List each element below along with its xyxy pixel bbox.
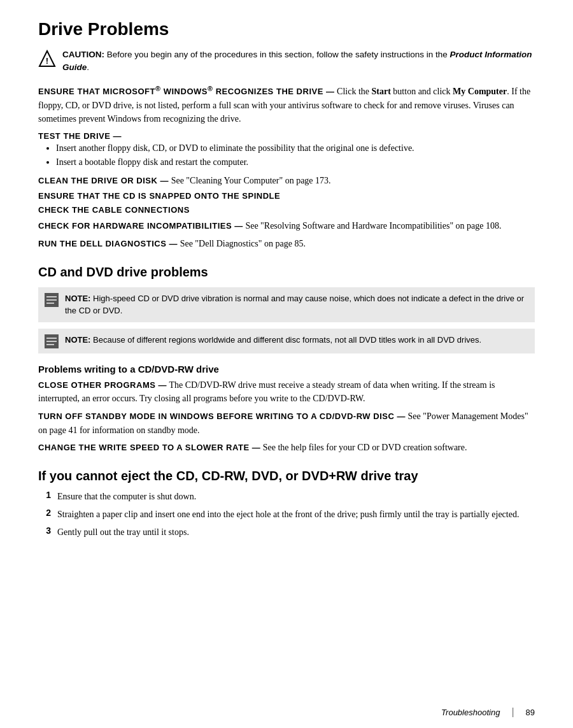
note-box-1: NOTE: High-speed CD or DVD drive vibrati… [38,287,535,322]
svg-rect-7 [46,338,57,339]
section-ensure-cd: Ensure that the CD is snapped onto the s… [38,191,535,201]
cd-dvd-section-title: CD and DVD drive problems [38,265,535,280]
section-turn-off-standby: Turn off standby mode in Windows before … [38,410,535,437]
footer-separator: | [511,706,514,718]
section-clean-drive: Clean the drive or disk — See "Cleaning … [38,174,535,188]
note-text-2: NOTE: Because of different regions world… [65,334,481,346]
section-change-write-speed: Change the write speed to a slower rate … [38,441,535,455]
eject-steps-list: 1 Ensure that the computer is shut down.… [38,490,535,539]
heading-check-cable: Check the cable connections [38,205,190,215]
body-run-diagnostics: See "Dell Diagnostics" on page 85. [180,239,306,248]
heading-turn-off-standby: Turn off standby mode in Windows before … [38,411,406,421]
bullet-item: Insert another floppy disk, CD, or DVD t… [56,141,535,155]
step-2-num: 2 [38,508,51,518]
step-3: 3 Gently pull out the tray until it stop… [38,525,535,539]
caution-box: ! CAUTION: Before you begin any of the p… [38,48,535,75]
svg-rect-9 [46,344,54,345]
body-check-hardware: See "Resolving Software and Hardware Inc… [245,221,501,231]
footer-label: Troubleshooting [441,708,500,717]
page-footer: Troubleshooting | 89 [441,706,535,718]
heading-close-programs: Close other programs — [38,380,167,390]
section-close-programs: Close other programs — The CD/DVD-RW dri… [38,378,535,406]
bullet-item: Insert a bootable floppy disk and restar… [56,155,535,169]
note-icon-1 [45,293,59,307]
note-text-1: NOTE: High-speed CD or DVD drive vibrati… [65,292,528,317]
svg-rect-5 [46,303,54,304]
footer-page-number: 89 [526,708,535,717]
svg-text:!: ! [46,56,48,66]
eject-section-title: If you cannot eject the CD, CD-RW, DVD, … [38,469,535,483]
heading-test-drive: Test the drive — [38,131,122,141]
caution-icon: ! [38,50,56,68]
test-drive-bullets: Insert another floppy disk, CD, or DVD t… [56,141,535,170]
svg-rect-4 [46,299,57,301]
page-title: Drive Problems [38,19,535,39]
step-3-text: Gently pull out the tray until it stops. [57,525,189,539]
step-1-num: 1 [38,490,51,500]
section-run-diagnostics: Run the Dell Diagnostics — See "Dell Dia… [38,237,535,251]
heading-run-diagnostics: Run the Dell Diagnostics — [38,239,178,248]
body-change-write-speed: See the help files for your CD or DVD cr… [263,443,467,452]
note-box-2: NOTE: Because of different regions world… [38,329,535,353]
section-ensure-microsoft: Ensure that Microsoft® Windows® recogniz… [38,85,535,126]
caution-label: CAUTION: [62,50,104,59]
step-2: 2 Straighten a paper clip and insert one… [38,508,535,522]
heading-ensure-cd: Ensure that the CD is snapped onto the s… [38,191,280,201]
svg-rect-8 [46,341,57,342]
step-1-text: Ensure that the computer is shut down. [57,490,196,504]
heading-clean-drive: Clean the drive or disk — [38,176,169,185]
caution-body: Before you begin any of the procedures i… [62,50,532,72]
body-clean-drive: See "Cleaning Your Computer" on page 173… [171,176,331,185]
heading-change-write-speed: Change the write speed to a slower rate … [38,443,260,452]
sub-section-title-cdrw: Problems writing to a CD/DVD-RW drive [38,364,535,375]
step-2-text: Straighten a paper clip and insert one e… [57,508,519,522]
svg-rect-3 [46,296,57,297]
step-1: 1 Ensure that the computer is shut down. [38,490,535,504]
step-3-num: 3 [38,525,51,536]
note-icon-2 [45,334,59,348]
section-test-drive: Test the drive — Insert another floppy d… [38,131,535,170]
section-check-hardware: Check for hardware incompatibilities — S… [38,219,535,233]
caution-text: CAUTION: Before you begin any of the pro… [62,48,535,75]
heading-ensure-microsoft: Ensure that Microsoft® Windows® recogniz… [38,87,335,96]
heading-check-hardware: Check for hardware incompatibilities — [38,221,243,231]
section-check-cable: Check the cable connections [38,205,535,215]
